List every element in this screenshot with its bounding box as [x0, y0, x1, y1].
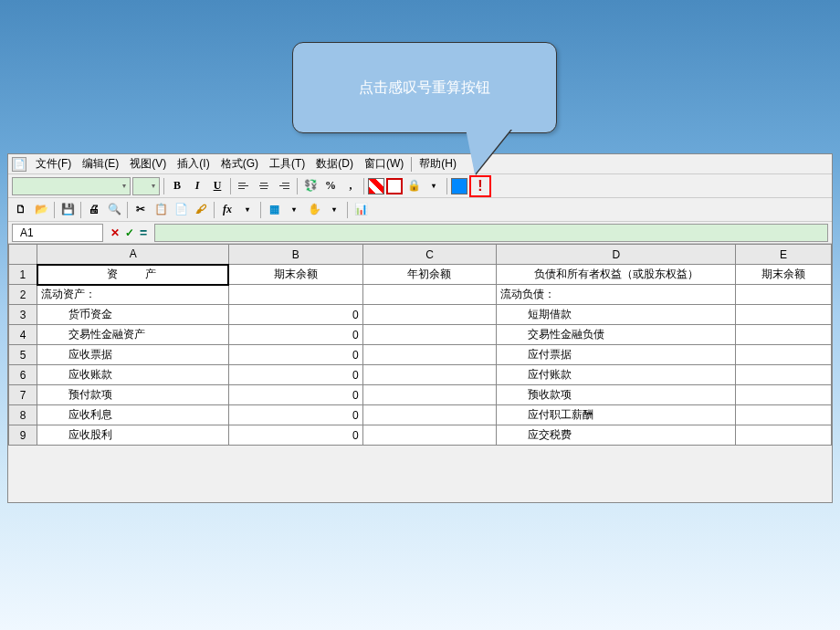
cell[interactable]: 0: [228, 425, 362, 446]
currency-button[interactable]: 💱: [301, 177, 320, 195]
menu-format[interactable]: 格式(G): [215, 154, 264, 173]
open-button[interactable]: 📂: [32, 201, 50, 219]
font-family-dropdown[interactable]: [12, 177, 131, 195]
row-header[interactable]: 2: [9, 285, 37, 305]
menu-insert[interactable]: 插入(I): [172, 154, 215, 173]
cell[interactable]: 期末余额: [736, 265, 832, 285]
align-center-button[interactable]: [255, 177, 273, 195]
menu-data[interactable]: 数据(D): [310, 154, 359, 173]
cell[interactable]: [736, 405, 832, 425]
menu-help[interactable]: 帮助(H): [414, 154, 462, 173]
row-header[interactable]: 4: [9, 325, 37, 345]
cell[interactable]: 0: [228, 365, 362, 385]
underline-button[interactable]: U: [208, 177, 226, 195]
confirm-formula-icon[interactable]: ✓: [125, 226, 134, 239]
col-header-e[interactable]: E: [736, 245, 832, 265]
menu-tools[interactable]: 工具(T): [264, 154, 310, 173]
menu-edit[interactable]: 编辑(E): [77, 154, 124, 173]
bold-button[interactable]: B: [168, 177, 186, 195]
paste-button[interactable]: 📄: [172, 201, 190, 219]
italic-button[interactable]: I: [188, 177, 206, 195]
cell[interactable]: [736, 365, 832, 385]
row-header[interactable]: 3: [9, 305, 37, 325]
row-header[interactable]: 7: [9, 385, 37, 405]
equals-formula-icon[interactable]: =: [140, 226, 147, 240]
col-header-d[interactable]: D: [497, 245, 736, 265]
cell[interactable]: 应付票据: [497, 345, 736, 365]
cell[interactable]: 0: [228, 325, 362, 345]
cell[interactable]: 应收股利: [37, 425, 229, 446]
cell[interactable]: 年初余额: [362, 265, 497, 285]
cell[interactable]: 预收款项: [497, 385, 736, 405]
menu-file[interactable]: 文件(F): [30, 154, 77, 173]
cell[interactable]: 负债和所有者权益（或股东权益）: [497, 265, 736, 285]
cell[interactable]: 流动资产：: [37, 285, 229, 305]
col-header-c[interactable]: C: [362, 245, 497, 265]
dropdown-toggle[interactable]: ▾: [425, 177, 443, 195]
align-left-button[interactable]: [235, 177, 253, 195]
percent-button[interactable]: %: [321, 177, 340, 195]
cell-reference-box[interactable]: A1: [12, 224, 103, 242]
save-button[interactable]: 💾: [58, 201, 77, 219]
cell[interactable]: [362, 385, 497, 405]
cell[interactable]: 期末余额: [228, 265, 362, 285]
cell[interactable]: 应交税费: [497, 425, 736, 446]
cell[interactable]: [736, 285, 832, 305]
cell[interactable]: 应付职工薪酬: [497, 405, 736, 425]
cell[interactable]: 0: [228, 405, 362, 425]
sheet-grid[interactable]: A B C D E 1 资产 期末余额 年初余额 负债和所有者权益（或股东权益）…: [8, 244, 832, 446]
cell[interactable]: [736, 345, 832, 365]
comma-button[interactable]: ,: [341, 177, 360, 195]
cell[interactable]: 0: [228, 385, 362, 405]
dropdown-fx[interactable]: ▾: [238, 201, 257, 219]
print-button[interactable]: 🖨: [85, 201, 103, 219]
row-header[interactable]: 9: [9, 425, 37, 446]
cell[interactable]: [362, 405, 497, 425]
cut-button[interactable]: ✂: [131, 201, 150, 219]
cell[interactable]: 资产: [37, 265, 229, 285]
chart-button[interactable]: 📊: [352, 201, 370, 219]
recalculate-button[interactable]: !: [471, 177, 489, 195]
cell[interactable]: [362, 325, 497, 345]
row-header[interactable]: 8: [9, 405, 37, 425]
cell[interactable]: [736, 325, 832, 345]
new-button[interactable]: 🗋: [12, 201, 30, 219]
cell[interactable]: 0: [228, 345, 362, 365]
format-painter-button[interactable]: 🖌: [192, 201, 210, 219]
pan-button[interactable]: ✋: [305, 201, 323, 219]
dropdown-pan[interactable]: ▾: [325, 201, 343, 219]
dropdown-layout[interactable]: ▾: [285, 201, 303, 219]
col-header-a[interactable]: A: [37, 245, 229, 265]
cell[interactable]: 应收利息: [37, 405, 229, 425]
cell[interactable]: [736, 385, 832, 405]
layout-button[interactable]: ▦: [265, 201, 283, 219]
font-size-dropdown[interactable]: [132, 177, 160, 195]
cell[interactable]: [362, 305, 497, 325]
window-button[interactable]: [451, 178, 467, 194]
cell[interactable]: 应收票据: [37, 345, 229, 365]
align-right-button[interactable]: [275, 177, 293, 195]
cell[interactable]: 0: [228, 305, 362, 325]
col-header-b[interactable]: B: [228, 245, 362, 265]
cell[interactable]: 应收账款: [37, 365, 229, 385]
menu-window[interactable]: 窗口(W): [359, 154, 409, 173]
cell[interactable]: 交易性金融负债: [497, 325, 736, 345]
cell[interactable]: [736, 425, 832, 446]
cell[interactable]: [362, 365, 497, 385]
cell[interactable]: [362, 425, 497, 446]
border-button[interactable]: [386, 178, 403, 194]
cell[interactable]: 短期借款: [497, 305, 736, 325]
select-all-corner[interactable]: [9, 245, 37, 265]
cell[interactable]: [362, 285, 497, 305]
cell[interactable]: 预付款项: [37, 385, 229, 405]
copy-button[interactable]: 📋: [152, 201, 170, 219]
row-header[interactable]: 1: [9, 265, 37, 285]
function-button[interactable]: fx: [218, 201, 236, 219]
row-header[interactable]: 5: [9, 345, 37, 365]
cell[interactable]: [736, 305, 832, 325]
formula-input[interactable]: [154, 224, 828, 242]
cell[interactable]: 应付账款: [497, 365, 736, 385]
cell[interactable]: [228, 285, 362, 305]
menu-view[interactable]: 视图(V): [124, 154, 172, 173]
cell-bg-button[interactable]: [368, 178, 384, 194]
